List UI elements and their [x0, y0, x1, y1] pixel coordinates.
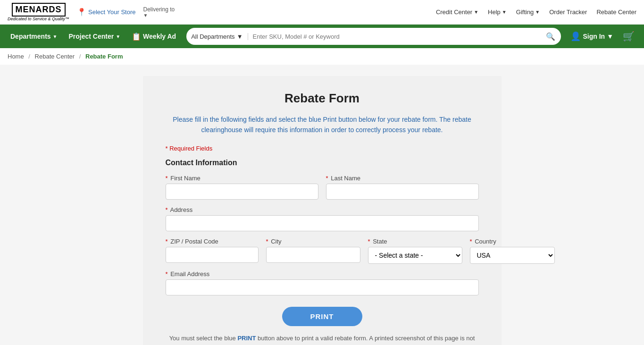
main-content: Rebate Form Please fill in the following…: [0, 65, 644, 345]
gifting-chevron-icon: ▼: [535, 9, 540, 15]
email-group: * Email Address: [166, 270, 479, 295]
sign-in-area[interactable]: 👤 Sign In ▼: [567, 31, 617, 42]
store-select-label: Select Your Store: [88, 8, 135, 16]
zip-input[interactable]: [166, 247, 259, 263]
state-select[interactable]: - Select a state -: [368, 247, 462, 264]
search-icon: 🔍: [546, 33, 555, 41]
weekly-ad-nav[interactable]: 📋 Weekly Ad: [127, 25, 181, 48]
departments-chevron-icon: ▼: [53, 34, 58, 39]
search-button[interactable]: 🔍: [540, 32, 561, 41]
cart-icon: 🛒: [623, 31, 635, 42]
location-row: * ZIP / Postal Code * City * State - Sel: [166, 238, 479, 264]
search-dept-label: All Departments: [191, 33, 234, 40]
top-bar-left: MENARDS Dedicated to Service & Quality™ …: [8, 3, 175, 21]
country-select[interactable]: USA: [470, 247, 555, 264]
user-icon: 👤: [570, 31, 581, 42]
last-name-label: * Last Name: [326, 175, 479, 182]
gifting-link[interactable]: Gifting ▼: [516, 8, 540, 16]
form-container: Rebate Form Please fill in the following…: [143, 76, 502, 345]
project-center-nav[interactable]: Project Center ▼: [64, 25, 125, 48]
search-dept-chevron-icon: ▼: [237, 33, 243, 40]
country-label: * Country: [470, 238, 555, 245]
departments-nav[interactable]: Departments ▼: [6, 25, 62, 48]
contact-info-title: Contact Information: [166, 159, 479, 167]
sign-in-label: Sign In: [583, 33, 605, 40]
weekly-ad-label: Weekly Ad: [143, 33, 176, 40]
zip-label: * ZIP / Postal Code: [166, 238, 259, 245]
form-description: Please fill in the following fields and …: [166, 114, 479, 135]
breadcrumb-sep-1: /: [28, 53, 30, 60]
breadcrumb-current: Rebate Form: [85, 53, 123, 60]
state-group: * State - Select a state -: [368, 238, 462, 264]
project-center-chevron-icon: ▼: [116, 34, 120, 39]
required-note: * Required Fields: [166, 145, 479, 152]
city-label: * City: [266, 238, 360, 245]
address-group: * Address: [166, 206, 479, 231]
breadcrumb-sep-2: /: [79, 53, 81, 60]
top-bar: MENARDS Dedicated to Service & Quality™ …: [0, 0, 644, 25]
delivering-chevron-icon: ▼: [143, 13, 175, 18]
print-notice: You must select the blue PRINT button ab…: [166, 334, 479, 345]
weekly-ad-icon: 📋: [132, 32, 141, 41]
credit-center-chevron-icon: ▼: [474, 9, 478, 15]
top-bar-right: Credit Center ▼ Help ▼ Gifting ▼ Order T…: [436, 8, 636, 16]
first-name-required-marker: *: [166, 175, 168, 182]
country-group: * Country USA: [470, 238, 555, 264]
departments-label: Departments: [10, 33, 51, 40]
first-name-group: * First Name: [166, 175, 318, 200]
order-tracker-link[interactable]: Order Tracker: [549, 8, 587, 16]
city-group: * City: [266, 238, 360, 264]
city-input[interactable]: [266, 247, 360, 263]
email-row: * Email Address: [166, 270, 479, 295]
logo: MENARDS: [12, 3, 66, 17]
last-name-required-marker: *: [326, 175, 328, 182]
logo-area: MENARDS Dedicated to Service & Quality™: [8, 3, 69, 21]
cart-button[interactable]: 🛒: [619, 31, 638, 42]
zip-required-marker: *: [166, 238, 168, 245]
form-title: Rebate Form: [166, 91, 479, 106]
last-name-group: * Last Name: [326, 175, 479, 200]
state-label: * State: [368, 238, 462, 245]
breadcrumb-rebate-center[interactable]: Rebate Center: [35, 53, 75, 60]
print-notice-highlight: PRINT: [237, 335, 256, 342]
zip-group: * ZIP / Postal Code: [166, 238, 259, 264]
country-required-marker: *: [470, 238, 472, 245]
address-required-marker: *: [166, 206, 168, 213]
credit-center-link[interactable]: Credit Center ▼: [436, 8, 478, 16]
first-name-label: * First Name: [166, 175, 318, 182]
city-required-marker: *: [266, 238, 268, 245]
address-label: * Address: [166, 206, 479, 213]
project-center-label: Project Center: [69, 33, 114, 40]
first-name-input[interactable]: [166, 184, 318, 200]
name-row: * First Name * Last Name: [166, 175, 479, 200]
help-chevron-icon: ▼: [502, 9, 507, 15]
rebate-center-link[interactable]: Rebate Center: [596, 8, 636, 16]
email-required-marker: *: [166, 270, 168, 278]
search-input[interactable]: [248, 33, 541, 40]
delivering-to-label: Delivering to: [143, 6, 175, 13]
delivering-to[interactable]: Delivering to ▼: [143, 6, 175, 18]
store-select[interactable]: 📍 Select Your Store: [77, 8, 135, 17]
location-pin-icon: 📍: [77, 8, 86, 17]
search-department-select[interactable]: All Departments ▼: [186, 33, 248, 40]
breadcrumb: Home / Rebate Center / Rebate Form: [0, 48, 644, 65]
state-required-marker: *: [368, 238, 370, 245]
last-name-input[interactable]: [326, 184, 479, 200]
print-button[interactable]: PRINT: [282, 307, 362, 326]
address-row: * Address: [166, 206, 479, 231]
sign-in-chevron-icon: ▼: [607, 33, 613, 40]
email-label: * Email Address: [166, 270, 479, 278]
search-bar: All Departments ▼ 🔍: [186, 28, 561, 45]
breadcrumb-home[interactable]: Home: [8, 53, 24, 60]
email-input[interactable]: [166, 279, 479, 295]
nav-bar: Departments ▼ Project Center ▼ 📋 Weekly …: [0, 25, 644, 48]
address-input[interactable]: [166, 215, 479, 231]
logo-tagline: Dedicated to Service & Quality™: [8, 17, 69, 21]
help-link[interactable]: Help ▼: [488, 8, 507, 16]
